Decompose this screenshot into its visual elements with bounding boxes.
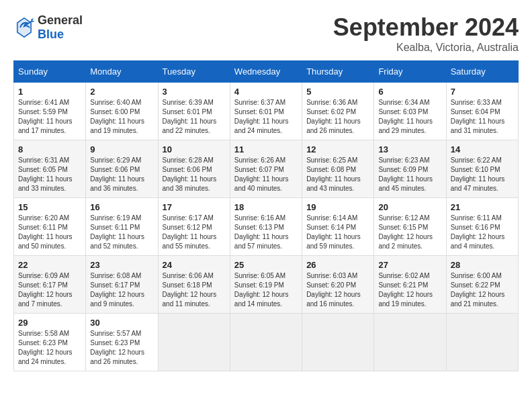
day-number: 15	[18, 202, 81, 212]
svg-marker-0	[16, 17, 32, 38]
header-thursday: Thursday	[302, 61, 374, 83]
table-row: 17Sunrise: 6:17 AMSunset: 6:12 PMDayligh…	[158, 198, 230, 256]
table-row: 4Sunrise: 6:37 AMSunset: 6:01 PMDaylight…	[230, 83, 302, 140]
sunrise-text: Sunrise: 6:17 AM	[163, 214, 214, 222]
daylight-text: Daylight: 11 hours and 33 minutes.	[18, 175, 73, 192]
table-row: 9Sunrise: 6:29 AMSunset: 6:06 PMDaylight…	[86, 140, 158, 198]
table-row: 10Sunrise: 6:28 AMSunset: 6:06 PMDayligh…	[158, 140, 230, 198]
day-number: 25	[234, 260, 298, 270]
calendar-header-row: Sunday Monday Tuesday Wednesday Thursday…	[14, 61, 519, 83]
day-number: 17	[163, 202, 226, 212]
table-row: 19Sunrise: 6:14 AMSunset: 6:14 PMDayligh…	[302, 198, 374, 256]
sunset-text: Sunset: 6:18 PM	[163, 281, 212, 289]
logo-blue: Blue	[38, 28, 64, 41]
sunrise-text: Sunrise: 6:36 AM	[306, 99, 357, 106]
daylight-text: Daylight: 11 hours and 22 minutes.	[163, 118, 217, 134]
daylight-text: Daylight: 12 hours and 19 minutes.	[378, 291, 433, 308]
sunrise-text: Sunrise: 6:26 AM	[234, 156, 285, 164]
daylight-text: Daylight: 11 hours and 52 minutes.	[90, 233, 144, 250]
table-row: 25Sunrise: 6:05 AMSunset: 6:19 PMDayligh…	[230, 256, 302, 314]
sunset-text: Sunset: 6:19 PM	[234, 281, 284, 289]
table-row	[230, 314, 302, 371]
day-number: 28	[451, 260, 514, 270]
daylight-text: Daylight: 12 hours and 26 minutes.	[90, 349, 144, 365]
sunset-text: Sunset: 6:08 PM	[306, 166, 356, 173]
daylight-text: Daylight: 11 hours and 57 minutes.	[234, 233, 289, 250]
calendar-week-row: 1Sunrise: 6:41 AMSunset: 5:59 PMDaylight…	[14, 83, 519, 140]
day-info: Sunrise: 6:29 AMSunset: 6:06 PMDaylight:…	[90, 156, 153, 193]
sunset-text: Sunset: 6:22 PM	[451, 281, 500, 289]
daylight-text: Daylight: 11 hours and 59 minutes.	[306, 233, 361, 250]
sunrise-text: Sunrise: 6:37 AM	[234, 99, 285, 106]
sunset-text: Sunset: 6:04 PM	[451, 108, 500, 116]
day-number: 16	[90, 202, 153, 212]
daylight-text: Daylight: 11 hours and 26 minutes.	[306, 118, 361, 134]
sunset-text: Sunset: 6:21 PM	[378, 281, 428, 289]
sunset-text: Sunset: 6:01 PM	[234, 108, 284, 116]
table-row: 18Sunrise: 6:16 AMSunset: 6:13 PMDayligh…	[230, 198, 302, 256]
daylight-text: Daylight: 11 hours and 38 minutes.	[163, 175, 217, 192]
calendar-table: Sunday Monday Tuesday Wednesday Thursday…	[13, 60, 519, 371]
day-number: 5	[306, 87, 369, 97]
daylight-text: Daylight: 12 hours and 14 minutes.	[234, 291, 289, 308]
table-row: 12Sunrise: 6:25 AMSunset: 6:08 PMDayligh…	[302, 140, 374, 198]
table-row: 28Sunrise: 6:00 AMSunset: 6:22 PMDayligh…	[446, 256, 518, 314]
day-number: 7	[451, 87, 514, 97]
daylight-text: Daylight: 11 hours and 31 minutes.	[451, 118, 505, 134]
daylight-text: Daylight: 11 hours and 55 minutes.	[163, 233, 217, 250]
table-row: 16Sunrise: 6:19 AMSunset: 6:11 PMDayligh…	[86, 198, 158, 256]
title-area: September 2024 Kealba, Victoria, Austral…	[333, 13, 519, 54]
sunrise-text: Sunrise: 6:25 AM	[306, 156, 357, 164]
sunrise-text: Sunrise: 6:14 AM	[306, 214, 357, 222]
calendar-week-row: 29Sunrise: 5:58 AMSunset: 6:23 PMDayligh…	[14, 314, 519, 371]
daylight-text: Daylight: 11 hours and 17 minutes.	[18, 118, 73, 134]
day-info: Sunrise: 6:26 AMSunset: 6:07 PMDaylight:…	[234, 156, 298, 193]
day-number: 10	[163, 144, 226, 154]
sunset-text: Sunset: 6:11 PM	[90, 224, 140, 231]
sunrise-text: Sunrise: 6:20 AM	[18, 214, 69, 222]
sunset-text: Sunset: 6:13 PM	[234, 224, 284, 231]
day-info: Sunrise: 6:16 AMSunset: 6:13 PMDaylight:…	[234, 214, 298, 251]
sunset-text: Sunset: 6:20 PM	[306, 281, 356, 289]
sunset-text: Sunset: 6:02 PM	[306, 108, 356, 116]
sunset-text: Sunset: 6:16 PM	[451, 224, 500, 231]
sunrise-text: Sunrise: 5:57 AM	[90, 330, 141, 337]
table-row: 29Sunrise: 5:58 AMSunset: 6:23 PMDayligh…	[14, 314, 86, 371]
sunrise-text: Sunrise: 6:29 AM	[90, 156, 141, 164]
logo-icon	[13, 15, 35, 40]
table-row: 7Sunrise: 6:33 AMSunset: 6:04 PMDaylight…	[446, 83, 518, 140]
table-row: 24Sunrise: 6:06 AMSunset: 6:18 PMDayligh…	[158, 256, 230, 314]
table-row	[158, 314, 230, 371]
day-number: 20	[378, 202, 441, 212]
day-number: 24	[163, 260, 226, 270]
sunrise-text: Sunrise: 6:23 AM	[378, 156, 429, 164]
page-header: General Blue September 2024 Kealba, Vict…	[13, 13, 519, 54]
table-row: 2Sunrise: 6:40 AMSunset: 6:00 PMDaylight…	[86, 83, 158, 140]
sunset-text: Sunset: 6:23 PM	[18, 339, 68, 347]
table-row: 13Sunrise: 6:23 AMSunset: 6:09 PMDayligh…	[374, 140, 446, 198]
table-row: 23Sunrise: 6:08 AMSunset: 6:17 PMDayligh…	[86, 256, 158, 314]
day-number: 9	[90, 144, 153, 154]
day-info: Sunrise: 5:58 AMSunset: 6:23 PMDaylight:…	[18, 329, 81, 367]
day-number: 18	[234, 202, 298, 212]
day-info: Sunrise: 6:28 AMSunset: 6:06 PMDaylight:…	[163, 156, 226, 193]
sunrise-text: Sunrise: 6:22 AM	[451, 156, 502, 164]
month-title: September 2024	[333, 13, 519, 42]
day-number: 14	[451, 144, 514, 154]
day-info: Sunrise: 6:20 AMSunset: 6:11 PMDaylight:…	[18, 214, 81, 251]
day-number: 6	[378, 87, 441, 97]
header-saturday: Saturday	[446, 61, 518, 83]
day-info: Sunrise: 6:36 AMSunset: 6:02 PMDaylight:…	[306, 98, 369, 136]
day-info: Sunrise: 6:33 AMSunset: 6:04 PMDaylight:…	[451, 98, 514, 136]
sunrise-text: Sunrise: 6:05 AM	[234, 272, 285, 279]
sunset-text: Sunset: 6:03 PM	[378, 108, 428, 116]
day-number: 22	[18, 260, 81, 270]
table-row: 8Sunrise: 6:31 AMSunset: 6:05 PMDaylight…	[14, 140, 86, 198]
day-number: 27	[378, 260, 441, 270]
daylight-text: Daylight: 12 hours and 21 minutes.	[451, 291, 505, 308]
daylight-text: Daylight: 11 hours and 40 minutes.	[234, 175, 289, 192]
sunset-text: Sunset: 6:14 PM	[306, 224, 356, 231]
daylight-text: Daylight: 11 hours and 43 minutes.	[306, 175, 361, 192]
day-number: 12	[306, 144, 369, 154]
day-number: 13	[378, 144, 441, 154]
